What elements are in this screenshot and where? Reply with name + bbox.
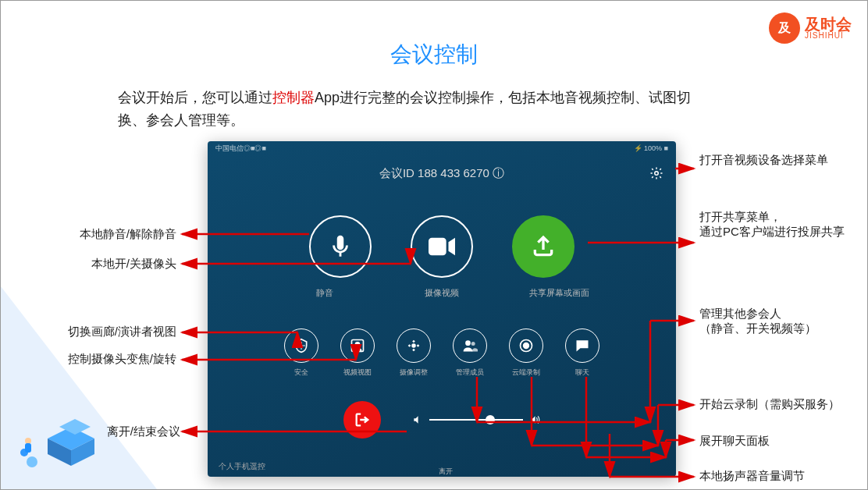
svg-marker-10 xyxy=(449,238,456,256)
volume-track[interactable] xyxy=(429,419,523,421)
svg-point-12 xyxy=(356,343,360,346)
mute-button[interactable] xyxy=(309,215,372,278)
chat-label: 聊天 xyxy=(565,368,599,378)
svg-rect-9 xyxy=(429,238,446,256)
svg-rect-7 xyxy=(25,443,31,453)
svg-point-4 xyxy=(27,456,37,467)
camera-adjust-label: 摄像调整 xyxy=(397,368,431,378)
svg-point-17 xyxy=(523,343,529,349)
annot-participants: 管理其他参会人 （静音、开关视频等） xyxy=(699,307,848,336)
annot-share: 打开共享菜单， 通过PC客户端进行投屏共享 xyxy=(699,210,848,240)
foot-note: 个人手机遥控 xyxy=(219,461,265,472)
security-button[interactable] xyxy=(284,328,318,363)
participants-button[interactable] xyxy=(453,328,487,363)
leave-label: 离开 xyxy=(439,467,453,477)
view-button[interactable] xyxy=(340,328,375,363)
annot-leave: 离开/结束会议 xyxy=(79,424,180,439)
primary-button-row xyxy=(208,215,676,278)
share-button[interactable] xyxy=(512,215,575,278)
volume-knob[interactable] xyxy=(486,415,495,424)
brand-name-cn: 及时会 xyxy=(805,16,852,32)
status-left: 中国电信◎■◎■ xyxy=(215,144,266,154)
desc-pre: 会议开始后，您可以通过 xyxy=(118,90,272,105)
bottom-row xyxy=(208,401,676,439)
annot-settings: 打开音视频设备选择菜单 xyxy=(699,153,840,168)
secondary-button-row xyxy=(208,328,676,363)
volume-high-icon xyxy=(529,414,540,425)
status-bar: 中国电信◎■◎■ ⚡ 100% ■ xyxy=(208,141,676,155)
controller-app-screen: 中国电信◎■◎■ ⚡ 100% ■ 会议ID 188 433 6270 ⓘ 静音… xyxy=(208,141,676,477)
volume-low-icon xyxy=(412,414,423,425)
video-button[interactable] xyxy=(411,215,473,278)
brand-name-en: JISHIHUI xyxy=(805,32,852,40)
view-label: 视频视图 xyxy=(340,368,375,378)
security-label: 安全 xyxy=(284,368,318,378)
annot-camera-toggle: 本地开/关摄像头 xyxy=(44,257,176,272)
video-label: 摄像视频 xyxy=(395,287,489,299)
svg-point-6 xyxy=(25,438,31,444)
record-button[interactable] xyxy=(509,328,543,363)
svg-point-8 xyxy=(655,172,659,176)
annot-cam-adjust: 控制摄像头变焦/旋转 xyxy=(15,352,176,367)
svg-point-15 xyxy=(471,342,475,346)
mute-label: 静音 xyxy=(278,287,372,299)
annot-view-switch: 切换画廊/演讲者视图 xyxy=(20,325,176,339)
gear-icon[interactable] xyxy=(649,166,663,183)
svg-point-14 xyxy=(465,340,471,346)
svg-point-13 xyxy=(412,344,415,347)
annot-volume: 本地扬声器音量调节 xyxy=(699,469,856,484)
annot-record: 开始云录制（需购买服务） xyxy=(699,397,868,412)
desc-highlight: 控制器 xyxy=(272,90,315,105)
meeting-header: 会议ID 188 433 6270 ⓘ xyxy=(208,155,676,192)
brand-monogram: 及 xyxy=(769,12,800,44)
volume-slider[interactable] xyxy=(412,414,540,425)
annot-mute: 本地静音/解除静音 xyxy=(28,227,176,242)
status-right: ⚡ 100% ■ xyxy=(634,144,668,152)
brand-logo: 及 及时会 JISHIHUI xyxy=(769,12,852,44)
participants-label: 管理成员 xyxy=(453,368,487,378)
camera-adjust-button[interactable] xyxy=(397,328,431,363)
page-title: 会议控制 xyxy=(390,40,478,69)
share-label: 共享屏幕或画面 xyxy=(512,287,606,299)
leave-button[interactable] xyxy=(343,401,381,439)
info-icon[interactable]: ⓘ xyxy=(493,166,504,179)
record-label: 云端录制 xyxy=(509,368,543,378)
chat-button[interactable] xyxy=(565,328,599,363)
description: 会议开始后，您可以通过控制器App进行完整的会议控制操作，包括本地音视频控制、试… xyxy=(118,87,719,132)
meeting-id: 188 433 6270 xyxy=(418,166,489,179)
meeting-id-label: 会议ID xyxy=(379,166,414,179)
annot-chat: 展开聊天面板 xyxy=(699,434,840,449)
